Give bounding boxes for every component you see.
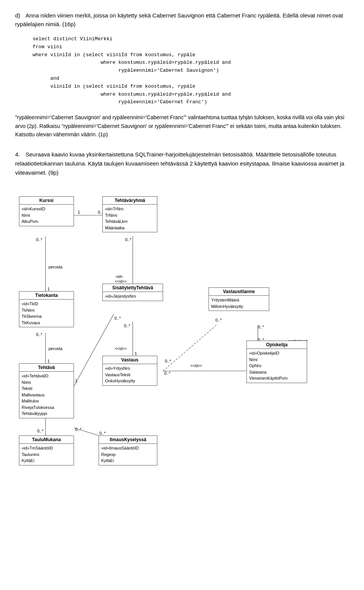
opiskelija-box: Opiskelija «id»OpiskelijaID Nimi OpNro S…: [246, 341, 307, 383]
uml-diagram: 1 0..* 0..* 1 perusta 0..* 1 perusta 0..…: [15, 185, 356, 481]
sql-code-block: select distinct ViiniMerkki from viini w…: [27, 32, 349, 109]
opiskelija-attrs: «id»OpiskelijaID Nimi OpNro Salasana Vii…: [247, 349, 307, 383]
vastaus-title: Vastaus: [103, 356, 157, 364]
tietokanta-title: Tietokanta: [19, 292, 74, 300]
svg-text:0..*: 0..*: [37, 429, 44, 433]
tehtavaryhma-attrs: «id»TrNro TrNimi TehtäväLkm Määräaika: [103, 205, 157, 232]
svg-text:0..*: 0..*: [36, 237, 42, 242]
sisallytettytehtava-box: SisällytettyTehtävä «id»JärjestysNro: [102, 284, 163, 301]
svg-text:0..*: 0..*: [215, 318, 222, 322]
vastaustilanne-box: Vastaustilanne YritystenMäärä MilloinHyv…: [209, 287, 269, 311]
svg-text:0..*: 0..*: [115, 316, 121, 320]
svg-text:perusta: perusta: [49, 265, 63, 269]
ilmauskyselyssa-attrs: «id»IlmausSääntöID Regexp KylläEi: [99, 444, 157, 465]
section-4-header: 4. Seuraava kaavio kuvaa yksinkertaistet…: [15, 150, 349, 177]
kurssi-attrs: «id»KurssiID Nimi AlkuPvm: [19, 205, 74, 226]
svg-text:0..*: 0..*: [75, 427, 82, 432]
svg-text:0..*: 0..*: [125, 237, 132, 242]
svg-line-6: [163, 325, 216, 371]
vastaustilanne-attrs: YritystenMäärä MilloinHyväksytty: [209, 296, 269, 311]
ilmauskyselyssa-box: IlmausKyselyssä «id»IlmausSääntöID Regex…: [99, 435, 157, 465]
tehtavaryhma-box: Tehtäväryhmä «id»TrNro TrNimi TehtäväLkm…: [102, 196, 157, 232]
svg-line-10: [74, 428, 99, 435]
vastaus-attrs: «id»YritysNro VastausTeksti OnkoHyväksyt…: [103, 364, 157, 385]
tietokanta-box: Tietokanta «id»TkID TkNimi TkSkeema TkKu…: [19, 291, 74, 327]
tehtava-title: Tehtävä: [19, 364, 74, 372]
svg-text:«id»: «id»: [116, 274, 123, 279]
svg-text:perusta: perusta: [49, 346, 63, 351]
tehtava-box: Tehtävä «id»TehtäväID Niimi Teksti Malli…: [19, 363, 74, 418]
svg-text:<<id>>: <<id>>: [190, 364, 202, 368]
svg-text:0..*: 0..*: [99, 431, 106, 435]
svg-text:<<id>>: <<id>>: [115, 347, 127, 351]
kurssi-box: Kurssi «id»KurssiID Nimi AlkuPvm: [19, 196, 74, 226]
taulumukana-title: TauluMukana: [19, 436, 74, 444]
tehtava-attrs: «id»TehtäväID Niimi Teksti Mallivastaus …: [19, 372, 74, 418]
svg-text:0..*: 0..*: [258, 325, 264, 329]
svg-text:1: 1: [75, 379, 77, 383]
taulumukana-box: TauluMukana «id»TmSääntöID Taulunimi Kyl…: [19, 435, 74, 465]
svg-text:<<id>>: <<id>>: [115, 279, 127, 284]
tehtavaryhma-title: Tehtäväryhmä: [103, 197, 157, 205]
opiskelija-title: Opiskelija: [247, 341, 307, 349]
vastaus-box: Vastaus «id»YritysNro VastausTeksti Onko…: [102, 356, 157, 386]
sisallytettytehtava-title: SisällytettyTehtävä: [103, 284, 163, 292]
svg-text:1: 1: [78, 210, 80, 215]
svg-text:0..*: 0..*: [124, 323, 130, 328]
taulumukana-attrs: «id»TmSääntöID Taulunimi KylläEi: [19, 444, 74, 465]
tietokanta-attrs: «id»TkID TkNimi TkSkeema TkKuvaus: [19, 300, 74, 327]
svg-text:1: 1: [47, 359, 50, 363]
svg-text:1: 1: [47, 287, 50, 291]
kurssi-title: Kurssi: [19, 197, 74, 205]
svg-text:0..*: 0..*: [165, 359, 171, 363]
explanation-text: "rypäleennimi='Cabernet Sauvignon' and r…: [15, 113, 349, 139]
svg-text:0..*: 0..*: [36, 332, 42, 337]
sisallytettytehtava-attrs: «id»JärjestysNro: [103, 292, 163, 301]
section-d-header: d) Anna niiden viinien merkit, joissa on…: [15, 11, 349, 28]
svg-text:0..*: 0..*: [164, 371, 171, 375]
vastaustilanne-title: Vastaustilanne: [209, 288, 269, 296]
svg-text:1: 1: [135, 351, 137, 356]
ilmauskyselyssa-title: IlmausKyselyssä: [99, 436, 157, 444]
